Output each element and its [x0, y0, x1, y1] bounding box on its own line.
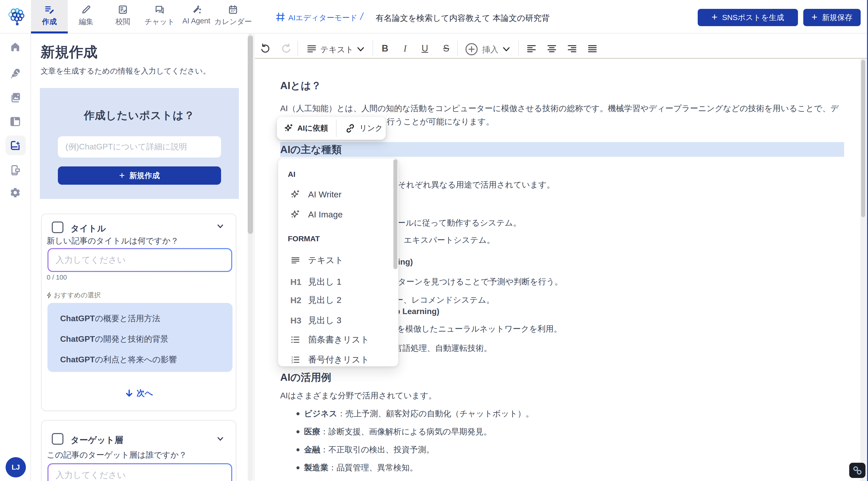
svg-text:3: 3 — [291, 361, 293, 364]
